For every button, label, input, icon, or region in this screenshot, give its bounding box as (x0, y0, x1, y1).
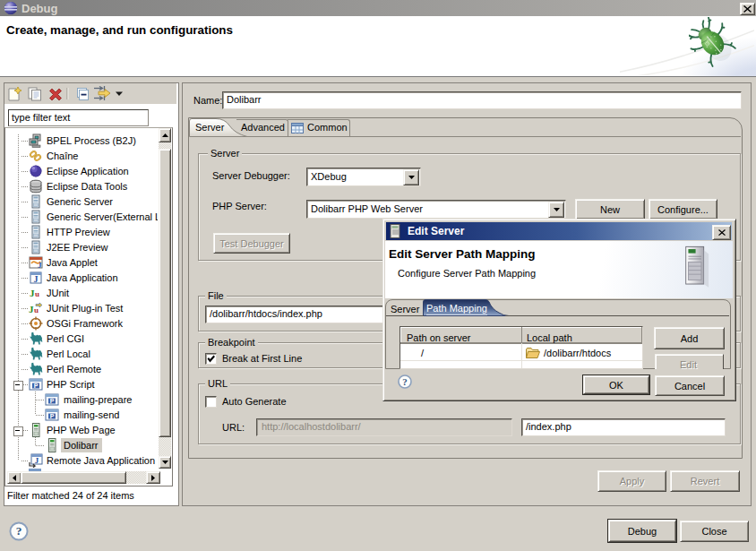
svg-text:?: ? (402, 376, 408, 387)
svg-text:?: ? (16, 524, 22, 538)
